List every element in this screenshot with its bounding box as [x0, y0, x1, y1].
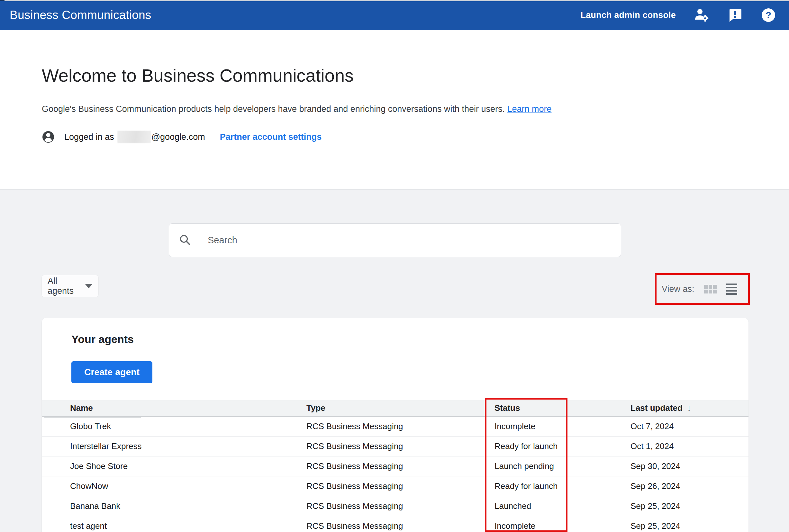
agent-name[interactable]: ChowNow [42, 481, 306, 491]
app-title: Business Communications [10, 8, 151, 22]
your-agents-title: Your agents [71, 333, 134, 345]
agent-status: Ready for launch [494, 441, 631, 451]
column-header-last-updated[interactable]: Last updated↓ [631, 403, 749, 413]
page-description: Google's Business Communication products… [42, 104, 552, 114]
agent-name[interactable]: Banana Bank [42, 501, 306, 511]
agent-last-updated: Sep 30, 2024 [631, 461, 749, 471]
help-icon[interactable]: ? [761, 7, 776, 23]
agent-type: RCS Business Messaging [306, 461, 494, 471]
header-actions: Launch admin console [580, 7, 776, 23]
agent-name[interactable]: Interstellar Express [42, 441, 306, 451]
partner-account-settings-link[interactable]: Partner account settings [220, 132, 322, 142]
agent-status: Launched [494, 501, 631, 511]
logged-in-text: Logged in as [64, 132, 114, 142]
manage-accounts-icon[interactable] [694, 7, 709, 23]
table-row[interactable]: Globo Trek RCS Business Messaging Incomp… [42, 417, 749, 437]
redaction-artifact [44, 417, 141, 418]
account-avatar-icon [42, 131, 55, 144]
agent-status: Launch pending [494, 461, 631, 471]
column-header-status[interactable]: Status [494, 403, 631, 413]
page-title: Welcome to Business Communications [42, 65, 354, 86]
table-row[interactable]: test agent RCS Business Messaging Incomp… [42, 516, 749, 532]
column-header-name[interactable]: Name [42, 403, 306, 413]
agents-filter-dropdown[interactable]: All agents [42, 275, 98, 297]
search-icon [179, 234, 191, 247]
search-box[interactable] [169, 223, 621, 257]
redacted-email-username [117, 131, 151, 143]
your-agents-card: Your agents Create agent Name Type Statu… [42, 318, 749, 532]
table-row[interactable]: Banana Bank RCS Business Messaging Launc… [42, 496, 749, 516]
browser-edge-artifact [0, 0, 789, 1]
launch-admin-console-link[interactable]: Launch admin console [580, 10, 676, 20]
view-as-label: View as: [662, 284, 694, 294]
agents-table: Name Type Status Last updated↓ Globo Tre… [42, 400, 749, 532]
table-row[interactable]: Interstellar Express RCS Business Messag… [42, 437, 749, 456]
welcome-section: Welcome to Business Communications Googl… [0, 30, 789, 189]
agent-status: Ready for launch [494, 481, 631, 491]
chevron-down-icon [85, 284, 93, 288]
table-row[interactable]: Joe Shoe Store RCS Business Messaging La… [42, 456, 749, 476]
feedback-icon[interactable] [727, 7, 743, 23]
email-domain: @google.com [151, 132, 205, 142]
create-agent-button[interactable]: Create agent [71, 361, 152, 383]
app-header: Business Communications Launch admin con… [0, 0, 789, 30]
agent-name[interactable]: Globo Trek [42, 421, 306, 431]
agent-last-updated: Sep 25, 2024 [631, 521, 749, 531]
agent-last-updated: Sep 26, 2024 [631, 481, 749, 491]
agents-filter-label: All agents [48, 276, 85, 296]
agent-name[interactable]: test agent [42, 521, 306, 531]
agent-type: RCS Business Messaging [306, 441, 494, 451]
logged-in-row: Logged in as @google.com Partner account… [42, 131, 321, 144]
view-as-highlight: View as: [655, 273, 750, 305]
table-header-row: Name Type Status Last updated↓ [42, 400, 749, 417]
agent-status: Incomplete [494, 521, 631, 531]
svg-text:?: ? [766, 10, 771, 20]
list-view-icon[interactable] [726, 284, 737, 295]
agent-type: RCS Business Messaging [306, 501, 494, 511]
search-input[interactable] [208, 235, 611, 246]
agent-status: Incomplete [494, 421, 631, 431]
grid-view-icon[interactable] [704, 285, 717, 293]
agent-type: RCS Business Messaging [306, 421, 494, 431]
arrow-down-icon: ↓ [687, 403, 691, 413]
table-row[interactable]: ChowNow RCS Business Messaging Ready for… [42, 476, 749, 496]
agent-last-updated: Oct 1, 2024 [631, 441, 749, 451]
agent-last-updated: Sep 25, 2024 [631, 501, 749, 511]
agent-type: RCS Business Messaging [306, 521, 494, 531]
agent-name[interactable]: Joe Shoe Store [42, 461, 306, 471]
table-body: Globo Trek RCS Business Messaging Incomp… [42, 417, 749, 532]
browser-edge-corner-artifact [0, 0, 4, 1]
agent-type: RCS Business Messaging [306, 481, 494, 491]
learn-more-link[interactable]: Learn more [507, 104, 551, 114]
agent-last-updated: Oct 7, 2024 [631, 421, 749, 431]
column-header-type[interactable]: Type [306, 403, 494, 413]
